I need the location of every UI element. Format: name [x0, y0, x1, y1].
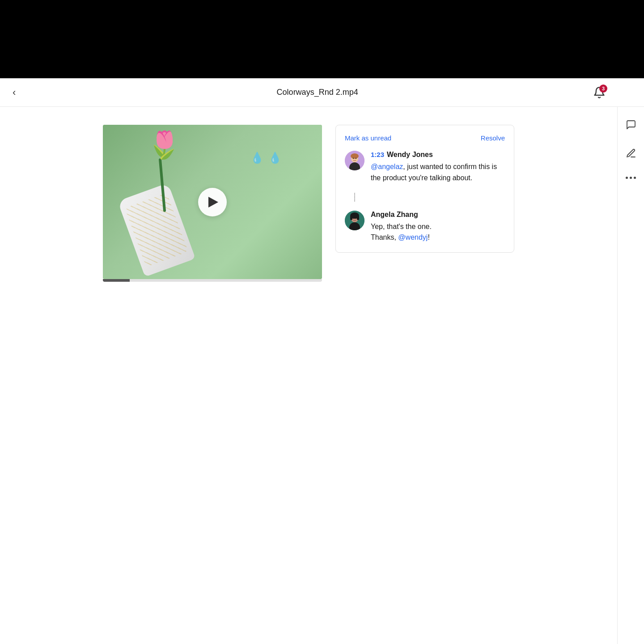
- chat-icon: [626, 119, 636, 130]
- video-progress-fill: [103, 279, 130, 282]
- video-container: 💧💧 🌷: [103, 125, 322, 282]
- comment-author-wendy: Wendy Jones: [387, 151, 433, 159]
- back-button[interactable]: ‹: [9, 86, 19, 99]
- chat-button[interactable]: [622, 116, 640, 134]
- page-title: Colorways_Rnd 2.mp4: [26, 88, 608, 97]
- svg-point-12: [353, 217, 354, 218]
- notification-button[interactable]: 3: [590, 84, 608, 102]
- pencil-icon: [626, 148, 636, 159]
- header: ‹ Colorways_Rnd 2.mp4 3: [0, 78, 644, 107]
- comment-item: 1:23 Wendy Jones @angelaz, just wanted t…: [345, 151, 505, 184]
- wendy-comment-header: 1:23 Wendy Jones: [371, 151, 505, 159]
- comment-timestamp: 1:23: [371, 151, 384, 158]
- angela-comment-text: Yep, that's the one.Thanks, @wendyj!: [371, 221, 505, 244]
- play-button[interactable]: [198, 188, 227, 216]
- video-thumbnail[interactable]: 💧💧 🌷: [103, 125, 322, 279]
- main-area: 💧💧 🌷 Mark as un: [0, 107, 644, 644]
- more-dots-icon: [626, 177, 636, 179]
- comment-item-angela: Angela Zhang Yep, that's the one.Thanks,…: [345, 211, 505, 244]
- svg-point-5: [356, 158, 356, 159]
- edit-button[interactable]: [622, 144, 640, 162]
- resolve-button[interactable]: Resolve: [481, 134, 505, 142]
- wendy-comment-body: 1:23 Wendy Jones @angelaz, just wanted t…: [371, 151, 505, 184]
- svg-rect-11: [357, 216, 359, 220]
- header-actions: 3: [590, 84, 608, 102]
- comment-thread: 1:23 Wendy Jones @angelaz, just wanted t…: [345, 151, 505, 243]
- content-area: 💧💧 🌷 Mark as un: [0, 107, 617, 644]
- mark-unread-button[interactable]: Mark as unread: [345, 134, 391, 142]
- avatar-wendy: [345, 151, 364, 170]
- angela-comment-header: Angela Zhang: [371, 211, 505, 219]
- svg-point-13: [356, 217, 356, 218]
- right-sidebar: [617, 107, 644, 644]
- mention-wendyj: @wendyj: [398, 233, 428, 241]
- angela-avatar-svg: [345, 211, 364, 230]
- wendy-comment-text: @angelaz, just wanted to confirm this is…: [371, 161, 505, 184]
- flower-head-illustration: 🌷: [146, 127, 182, 162]
- mention-angelaz: @angelaz: [371, 163, 403, 170]
- svg-point-4: [353, 158, 354, 159]
- wendy-avatar-svg: [345, 151, 364, 170]
- thread-divider: [345, 193, 505, 202]
- thread-line: [354, 193, 355, 202]
- comment-author-angela: Angela Zhang: [371, 211, 418, 219]
- angela-comment-body: Angela Zhang Yep, that's the one.Thanks,…: [371, 211, 505, 244]
- play-triangle-icon: [208, 197, 218, 208]
- notification-badge: 3: [599, 85, 607, 93]
- thread-line-wrapper: [345, 193, 364, 202]
- svg-point-3: [351, 153, 359, 159]
- comment-actions: Mark as unread Resolve: [345, 134, 505, 142]
- water-drops-decoration: 💧💧: [250, 152, 286, 164]
- comment-panel: Mark as unread Resolve: [335, 125, 514, 253]
- more-button[interactable]: [622, 173, 640, 182]
- video-progress-bar[interactable]: [103, 279, 322, 282]
- svg-rect-10: [350, 216, 352, 220]
- avatar-angela: [345, 211, 364, 230]
